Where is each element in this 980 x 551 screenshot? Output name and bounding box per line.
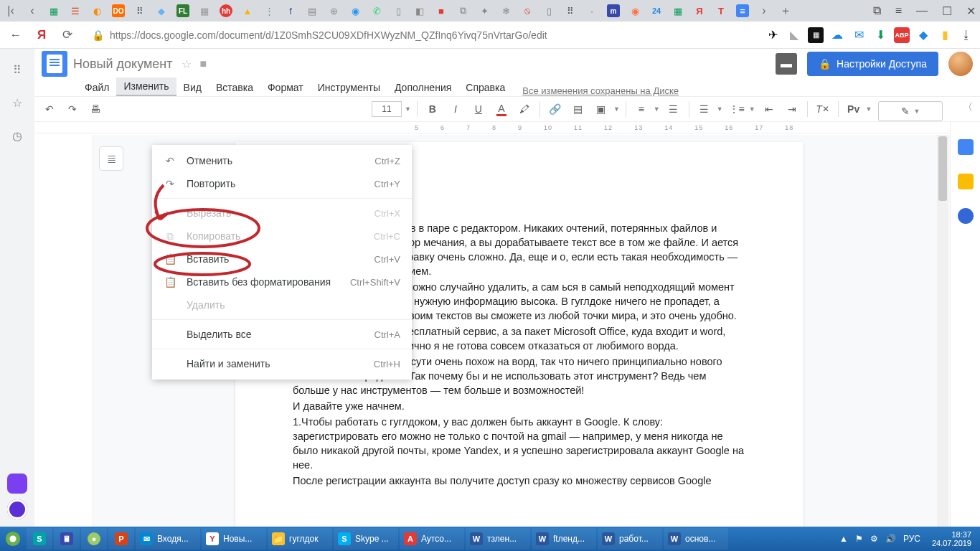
save-status[interactable]: Все изменения сохранены на Диске (522, 85, 679, 96)
back-button[interactable]: ← (6, 25, 26, 45)
star-icon[interactable]: ☆ (182, 57, 192, 71)
outline-toggle-icon[interactable]: ≣ (99, 146, 123, 171)
tab-icon[interactable]: ⧉ (456, 4, 469, 17)
toolbar-expand-icon[interactable]: 〈 (963, 101, 973, 114)
window-minimize-icon[interactable]: — (916, 4, 928, 18)
reader-icon[interactable]: ✈ (765, 27, 781, 43)
ext-icon[interactable]: ☁ (829, 27, 845, 43)
menu-file[interactable]: Файл (77, 79, 116, 96)
tab-icon[interactable]: ▤ (306, 4, 319, 17)
account-avatar[interactable] (948, 52, 973, 76)
tab-icon[interactable]: ❄ (499, 4, 512, 17)
task-item[interactable]: S (27, 528, 52, 550)
calendar-addon-icon[interactable] (958, 139, 974, 155)
favorite-icon[interactable]: ☆ (9, 95, 25, 110)
tab-icon[interactable]: ☰ (69, 4, 82, 17)
editing-mode-button[interactable]: ✎ ▼ (878, 101, 943, 121)
tab-icon[interactable]: ▯ (392, 4, 405, 17)
task-item[interactable]: 📁гуглдок (268, 528, 332, 550)
tab-icon[interactable]: m (607, 4, 620, 17)
tab-icon[interactable]: ◐ (90, 4, 103, 17)
tab-icon[interactable]: ◉ (628, 4, 641, 17)
menu-format[interactable]: Формат (260, 79, 311, 96)
tray-flag-icon[interactable]: ⚑ (855, 534, 863, 544)
tasks-addon-icon[interactable] (958, 208, 974, 224)
line-spacing-icon[interactable]: ☰ (664, 100, 683, 118)
tab-icon[interactable]: ⦸ (521, 4, 534, 17)
edit-menu-item[interactable]: ↷ПовторитьCtrl+Y (152, 172, 412, 195)
tab-icon[interactable]: ◧ (413, 4, 426, 17)
folder-icon[interactable]: ■ (200, 57, 207, 70)
tray-lang[interactable]: РУС (903, 534, 920, 544)
clear-format-icon[interactable]: T✕ (814, 100, 832, 118)
tab-first-icon[interactable]: |‹ (4, 4, 17, 17)
yandex-home-icon[interactable]: Я (32, 25, 52, 45)
edit-menu-item[interactable]: ↶ОтменитьCtrl+Z (152, 149, 412, 172)
ext-icon[interactable]: ▮ (937, 27, 953, 43)
task-item[interactable]: ● (81, 528, 107, 550)
tab-icon[interactable]: DO (112, 4, 125, 17)
bullets-icon[interactable]: ⋮≡ (727, 100, 746, 118)
tab-icon[interactable]: f (284, 4, 297, 17)
redo-icon[interactable]: ↷ (63, 100, 82, 118)
indent-dec-icon[interactable]: ⇤ (760, 100, 778, 118)
history-icon[interactable]: ◷ (9, 128, 25, 143)
menu-icon[interactable]: ≡ (895, 4, 902, 18)
tab-new-icon[interactable]: ＋ (779, 4, 792, 19)
docs-logo-icon[interactable] (42, 51, 67, 77)
tab-icon[interactable]: ◉ (349, 4, 362, 17)
task-item[interactable]: Wftленд... (532, 528, 596, 550)
comment-add-icon[interactable]: ▤ (569, 100, 588, 118)
underline-icon[interactable]: U (469, 100, 488, 118)
tray-network-icon[interactable]: ⚙ (870, 534, 878, 544)
tab-icon[interactable]: ⊕ (327, 4, 340, 17)
menu-edit[interactable]: Изменить (116, 77, 176, 96)
tabs-panel-icon[interactable]: ⧉ (873, 4, 881, 18)
task-item[interactable]: Wоснов... (664, 528, 728, 550)
tab-icon[interactable]: · (585, 4, 598, 17)
task-item[interactable]: ✉Входя... (136, 528, 200, 550)
input-tools-icon[interactable]: Pv (844, 100, 863, 118)
font-size-input[interactable]: 11 (372, 101, 402, 117)
italic-icon[interactable]: I (446, 100, 465, 118)
tab-icon[interactable]: ✦ (478, 4, 491, 17)
share-button[interactable]: 🔒 Настройки Доступа (807, 52, 938, 76)
bold-icon[interactable]: B (423, 100, 442, 118)
tab-next-icon[interactable]: › (758, 4, 771, 17)
text-color-icon[interactable]: A (492, 100, 511, 118)
menu-addons[interactable]: Дополнения (387, 79, 458, 96)
task-item[interactable]: 🖩 (54, 528, 80, 550)
tray-volume-icon[interactable]: 🔊 (885, 534, 896, 544)
comments-button[interactable]: ▬ (776, 53, 797, 75)
task-item[interactable]: Wработ... (598, 528, 662, 550)
task-item[interactable]: Wтзлен... (466, 528, 530, 550)
reload-button[interactable]: ⟳ (57, 25, 77, 45)
image-icon[interactable]: ▣ (592, 100, 611, 118)
apps-icon[interactable]: ⠿ (9, 62, 25, 77)
doc-title[interactable]: Новый документ (73, 57, 173, 72)
tab-icon[interactable]: FL (176, 4, 189, 17)
ext-adblock-icon[interactable]: ABP (894, 27, 910, 43)
vertical-scrollbar[interactable] (937, 135, 948, 527)
tab-icon[interactable]: ✆ (370, 4, 383, 17)
downloads-icon[interactable]: ⭳ (958, 27, 974, 43)
tab-icon[interactable]: ⠿ (564, 4, 577, 17)
edit-menu-item[interactable]: 📋Вставить без форматированияCtrl+Shift+V (152, 270, 412, 293)
menu-tools[interactable]: Инструменты (311, 79, 387, 96)
ext-icon[interactable]: ✉ (851, 27, 867, 43)
menu-insert[interactable]: Вставка (209, 79, 260, 96)
tab-icon[interactable]: ▦ (198, 4, 211, 17)
ext-icon[interactable]: ◆ (915, 27, 931, 43)
task-item[interactable]: SSkype ... (334, 528, 398, 550)
address-bar[interactable]: 🔒 https://docs.google.com/document/d/1Z0… (83, 24, 743, 46)
tab-icon[interactable]: ◆ (155, 4, 168, 17)
edit-menu-item[interactable]: Найти и заменитьCtrl+H (152, 352, 412, 375)
menu-help[interactable]: Справка (458, 79, 512, 96)
bookmark-icon[interactable]: ◣ (786, 27, 802, 43)
edit-menu-item[interactable]: Выделить всеCtrl+A (152, 323, 412, 346)
undo-icon[interactable]: ↶ (40, 100, 59, 118)
tray-expand-icon[interactable]: ▲ (839, 534, 848, 544)
task-item[interactable]: P (108, 528, 134, 550)
task-item[interactable]: AАутсо... (400, 528, 464, 550)
tab-icon[interactable]: 24 (650, 4, 663, 17)
